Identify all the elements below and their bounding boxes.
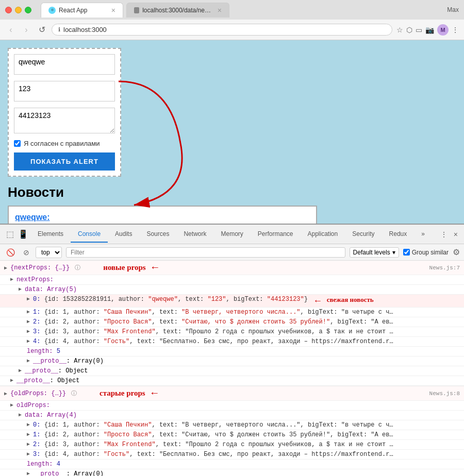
expand-nextprops[interactable]: ▶: [4, 265, 7, 271]
browser-window: ⚛ React App × localhost:3000/data/newsDa…: [0, 0, 464, 476]
news-link-1[interactable]: qweqwe:: [15, 213, 50, 222]
oldprops-label: {oldProps: {…}}: [10, 390, 66, 397]
tab-redux[interactable]: Redux: [382, 226, 415, 243]
tab-network[interactable]: Network: [176, 226, 213, 243]
tab-close-1[interactable]: ×: [111, 6, 115, 14]
agree-checkbox[interactable]: [14, 140, 21, 147]
close-button[interactable]: [5, 7, 12, 13]
proto-array-new: ▶ __proto__: Array(0): [0, 356, 464, 366]
traffic-lights: [5, 7, 31, 13]
old-data-length: length: 4: [0, 460, 464, 469]
console-clear-icon[interactable]: 🚫: [4, 246, 17, 259]
form-input-name[interactable]: qweqwe: [14, 54, 115, 75]
tab-audits[interactable]: Audits: [108, 226, 139, 243]
checkbox-row: Я согласен с правилами: [14, 140, 115, 147]
group-similar-label[interactable]: Group similar: [403, 249, 449, 256]
proto-obj-new2: ▶ __proto__: Object: [0, 376, 464, 386]
group-similar-checkbox[interactable]: [403, 249, 410, 256]
tabs-bar: ⚛ React App × localhost:3000/data/newsDa…: [41, 3, 229, 18]
proto-array-old: ▶ __proto__: Array(0): [0, 469, 464, 476]
arrow-annotation-2: ←: [152, 387, 158, 399]
reload-button[interactable]: ↺: [36, 24, 47, 36]
tab-close-2[interactable]: ×: [218, 6, 222, 14]
obj-preview-icon: ⓘ: [75, 264, 80, 271]
back-button[interactable]: ‹: [5, 24, 16, 36]
old-data-item-0: ▶ 0: {id: 1, author: "Саша Печкин", text…: [0, 420, 464, 430]
tab-security[interactable]: Security: [345, 226, 382, 243]
menu-icon[interactable]: ⋮: [452, 26, 459, 34]
url-text: localhost:3000: [63, 26, 107, 33]
show-alert-button[interactable]: ПОКАЗАТЬ ALERT: [14, 152, 115, 171]
console-output: ▶ {nextProps: {…}} ⓘ новые props ← News.…: [0, 261, 464, 476]
address-bar: ‹ › ↺ ℹ localhost:3000 ☆ ⬡ ▭ 📷 M ⋮: [0, 20, 464, 40]
context-select[interactable]: top: [36, 247, 62, 258]
old-data-item-3: ▶ 3: {id: 4, author: "Гость", text: "Бес…: [0, 450, 464, 460]
file-ref-nextprops: News.js:7: [429, 265, 460, 271]
devtools-tabs: ⬚ 📱 Elements Console Audits Sources Netw…: [0, 225, 464, 244]
content-area: qweqwe 123 44123123 Я согласен с правила…: [0, 40, 464, 476]
user-label: Max: [447, 6, 459, 13]
maximize-button[interactable]: [25, 7, 31, 13]
devtools-close-icon[interactable]: ×: [452, 228, 460, 241]
form-input-bigtext[interactable]: 44123123: [14, 108, 115, 133]
tab-react-app[interactable]: ⚛ React App ×: [41, 3, 123, 18]
data-item-2-new: ▶ 2: {id: 2, author: "Просто Вася", text…: [0, 317, 464, 327]
data-item-4-new: ▶ 4: {id: 4, author: "Гость", text: "Бес…: [0, 337, 464, 347]
nextprops-label: {nextProps: {…}}: [10, 264, 70, 271]
cast-icon[interactable]: ▭: [416, 26, 422, 34]
console-settings-icon[interactable]: ⚙: [453, 247, 460, 257]
forward-button[interactable]: ›: [21, 24, 32, 36]
oldprops-expanded: ▶ oldProps:: [0, 401, 464, 411]
checkbox-label: Я согласен с правилами: [24, 140, 100, 147]
bookmark-icon[interactable]: ☆: [396, 26, 403, 34]
form-input-text[interactable]: 123: [14, 81, 115, 101]
url-bar[interactable]: ℹ localhost:3000: [52, 24, 392, 36]
address-actions: ☆ ⬡ ▭ 📷 M ⋮: [396, 24, 459, 36]
devtools-more-icon[interactable]: ⋮: [438, 228, 450, 241]
tab-elements[interactable]: Elements: [30, 226, 71, 243]
old-data-array4: ▶ data: Array(4): [0, 411, 464, 420]
annotation-fresh-news: свежая новость: [327, 296, 374, 304]
file-ref-oldprops: News.js:8: [429, 390, 460, 397]
obj-preview-icon-2: ⓘ: [71, 389, 77, 397]
tab-label-2: localhost:3000/data/newsDat...: [142, 7, 214, 14]
screenshot-icon[interactable]: 📷: [425, 26, 434, 34]
arrow-fresh-news: ←: [315, 296, 321, 306]
console-entry-nextprops: ▶ {nextProps: {…}} ⓘ новые props ← News.…: [0, 261, 464, 275]
console-toolbar: 🚫 ⊘ top Default levels ▾ Group similar ⚙: [0, 244, 464, 261]
tab-localhost-data[interactable]: localhost:3000/data/newsDat... ×: [126, 3, 229, 18]
minimize-button[interactable]: [15, 7, 22, 13]
data-item-3-new: ▶ 3: {id: 3, author: "Max Frontend", tex…: [0, 327, 464, 337]
user-avatar[interactable]: M: [437, 24, 449, 36]
data-length-new: length: 5: [0, 347, 464, 356]
console-filter-icon[interactable]: ⊘: [21, 246, 31, 259]
extensions-icon[interactable]: ⬡: [406, 26, 412, 34]
arrow-annotation-1: ←: [152, 262, 158, 274]
tab-favicon-1: ⚛: [48, 7, 56, 14]
old-data-item-2: ▶ 2: {id: 3, author: "Max Frontend", tex…: [0, 440, 464, 450]
nextprops-expanded: ▶ nextProps:: [0, 275, 464, 285]
tab-application[interactable]: Application: [301, 226, 345, 243]
filter-input[interactable]: [66, 247, 345, 258]
lock-icon: ℹ: [58, 26, 60, 33]
title-bar: ⚛ React App × localhost:3000/data/newsDa…: [0, 0, 464, 20]
form-box: qweqwe 123 44123123 Я согласен с правила…: [8, 48, 121, 177]
old-data-item-1: ▶ 1: {id: 2, author: "Просто Вася", text…: [0, 430, 464, 440]
levels-select[interactable]: Default levels ▾: [350, 247, 399, 258]
annotation-old-props: старые props: [100, 389, 145, 398]
tab-label-1: React App: [59, 7, 87, 14]
tab-performance[interactable]: Performance: [251, 226, 301, 243]
annotation-new-props: новые props: [103, 263, 145, 272]
tab-more[interactable]: »: [414, 226, 432, 243]
tab-memory[interactable]: Memory: [213, 226, 250, 243]
devtools-inspect-icon[interactable]: ⬚: [4, 227, 16, 241]
data-array5: ▶ data: Array(5): [0, 285, 464, 295]
devtools-device-icon[interactable]: 📱: [16, 227, 30, 241]
news-heading: Новости: [8, 184, 456, 200]
tab-console[interactable]: Console: [71, 226, 108, 243]
group-similar-text: Group similar: [412, 249, 449, 256]
proto-obj-new: ▶ __proto__: Object: [0, 366, 464, 376]
data-item-0-new: ▶ 0: {id: 1532852281911, author: "qweqwe…: [0, 295, 464, 308]
tab-sources[interactable]: Sources: [139, 226, 176, 243]
expand-oldprops[interactable]: ▶: [4, 390, 7, 397]
